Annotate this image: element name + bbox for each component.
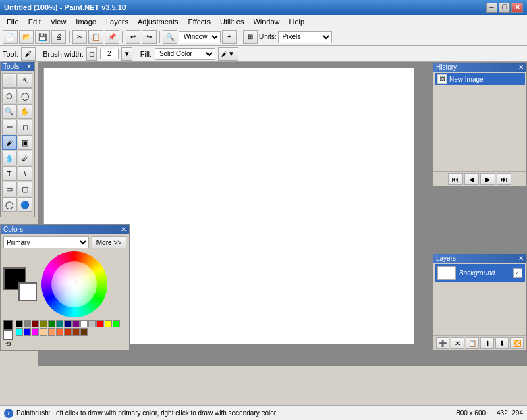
tool-freeform[interactable]: 🔵 — [18, 197, 32, 212]
menu-image[interactable]: Image — [72, 16, 101, 27]
grid-button[interactable]: ⊞ — [243, 30, 258, 44]
tool-lasso-select[interactable]: ⬡ — [2, 88, 17, 103]
tool-move[interactable]: ↖ — [18, 73, 32, 88]
bg-small-swatch[interactable] — [3, 330, 13, 340]
palette-color[interactable] — [40, 328, 47, 336]
palette-color[interactable] — [40, 320, 47, 327]
brush-width-decrease[interactable]: ◻ — [86, 47, 97, 61]
palette-color[interactable] — [16, 320, 23, 327]
layer-duplicate-button[interactable]: 📋 — [466, 337, 479, 349]
tool-eraser[interactable]: ◻ — [18, 120, 32, 134]
tool-ellipse-select[interactable]: ◯ — [18, 88, 32, 103]
tool-pencil[interactable]: ✏ — [2, 120, 17, 134]
palette-color[interactable] — [72, 328, 80, 336]
palette-color[interactable] — [113, 320, 120, 327]
tool-paintbrush[interactable]: 🖌 — [2, 135, 17, 150]
history-last-button[interactable]: ⏭ — [497, 173, 511, 185]
layers-close[interactable]: ✕ — [518, 255, 524, 262]
color-wheel-container[interactable] — [41, 251, 107, 317]
tool-rectangle[interactable]: ▭ — [2, 182, 17, 196]
units-combo[interactable]: Pixels Inches Centimeters — [278, 31, 332, 43]
menu-help[interactable]: Help — [285, 16, 309, 27]
zoom-out-button[interactable]: 🔍 — [163, 30, 177, 44]
cut-button[interactable]: ✂ — [72, 30, 87, 44]
history-item-new-image[interactable]: 🖼 New Image — [435, 73, 525, 85]
layer-merge-button[interactable]: 🔀 — [510, 337, 524, 349]
history-panel-title: History ✕ — [433, 63, 526, 72]
layer-item-background[interactable]: Background ✓ — [435, 264, 525, 282]
brush-width-input[interactable] — [100, 49, 119, 59]
tools-panel-close[interactable]: ✕ — [26, 63, 32, 70]
secondary-swatch[interactable] — [18, 282, 37, 301]
menu-edit[interactable]: Edit — [24, 16, 45, 27]
palette-color[interactable] — [24, 320, 31, 327]
color-wheel[interactable] — [41, 251, 107, 317]
palette-color[interactable] — [105, 320, 112, 327]
palette-color[interactable] — [56, 328, 63, 336]
palette-color[interactable] — [88, 320, 96, 327]
open-button[interactable]: 📂 — [19, 30, 34, 44]
palette-color[interactable] — [56, 320, 63, 327]
fill-options-btn[interactable]: 🖌▼ — [218, 47, 238, 61]
close-button[interactable]: ✕ — [511, 3, 523, 13]
menu-layers[interactable]: Layers — [102, 16, 132, 27]
fg-small-swatch[interactable] — [3, 320, 13, 330]
layer-move-down-button[interactable]: ⬇ — [495, 337, 509, 349]
cursor-coordinates: 432, 294 — [497, 409, 523, 417]
history-first-button[interactable]: ⏮ — [448, 173, 463, 185]
tool-clone[interactable]: ▣ — [18, 135, 32, 150]
zoom-in-button[interactable]: + — [222, 30, 237, 44]
undo-button[interactable]: ↩ — [126, 30, 140, 44]
palette-color[interactable] — [64, 320, 72, 327]
palette-color[interactable] — [80, 328, 88, 336]
palette-color[interactable] — [72, 320, 80, 327]
fill-label: Fill: — [140, 50, 152, 58]
menu-window[interactable]: Window — [249, 16, 283, 27]
layer-visible-check[interactable]: ✓ — [513, 268, 522, 278]
history-forward-button[interactable]: ▶ — [480, 173, 495, 185]
tool-rectangle-select[interactable]: ⬜ — [2, 73, 17, 88]
tool-color-pick[interactable]: 🖊 — [18, 151, 32, 165]
palette-color[interactable] — [32, 320, 39, 327]
palette-color[interactable] — [80, 320, 88, 327]
menu-view[interactable]: View — [47, 16, 71, 27]
palette-color[interactable] — [48, 328, 55, 336]
palette-color[interactable] — [24, 328, 31, 336]
tool-zoom[interactable]: 🔍 — [2, 104, 17, 119]
fill-combo[interactable]: Solid Color No Blend Overwrite — [155, 48, 215, 60]
palette-color[interactable] — [64, 328, 72, 336]
menu-utilities[interactable]: Utilities — [216, 16, 248, 27]
brush-width-increase[interactable]: ▼ — [121, 47, 132, 61]
history-back-button[interactable]: ◀ — [464, 173, 479, 185]
restore-button[interactable]: ❐ — [499, 3, 510, 13]
more-button[interactable]: More >> — [92, 236, 126, 248]
history-close[interactable]: ✕ — [518, 63, 524, 71]
new-button[interactable]: 📄 — [3, 30, 18, 44]
colors-close[interactable]: ✕ — [121, 226, 126, 233]
menu-adjustments[interactable]: Adjustments — [134, 16, 183, 27]
menu-effects[interactable]: Effects — [184, 16, 215, 27]
layer-move-up-button[interactable]: ⬆ — [480, 337, 494, 349]
tool-text[interactable]: T — [2, 166, 17, 181]
print-button[interactable]: 🖨 — [51, 30, 66, 44]
copy-button[interactable]: 📋 — [88, 30, 103, 44]
layer-add-button[interactable]: ➕ — [436, 337, 449, 349]
tool-rounded-rect[interactable]: ▢ — [18, 182, 32, 196]
palette-color[interactable] — [16, 328, 23, 336]
palette-color[interactable] — [96, 320, 104, 327]
tool-pan[interactable]: ✋ — [18, 104, 32, 119]
zoom-combo[interactable]: Window 100% 200% — [179, 31, 221, 43]
swap-icon[interactable]: ⟲ — [5, 340, 11, 348]
menu-file[interactable]: File — [3, 16, 23, 27]
paste-button[interactable]: 📌 — [105, 30, 119, 44]
tool-line[interactable]: \ — [18, 166, 32, 181]
save-button[interactable]: 💾 — [35, 30, 50, 44]
layer-delete-button[interactable]: ✕ — [451, 337, 464, 349]
redo-button[interactable]: ↪ — [142, 30, 157, 44]
tool-ellipse[interactable]: ◯ — [2, 197, 17, 212]
palette-color[interactable] — [32, 328, 39, 336]
palette-color[interactable] — [48, 320, 55, 327]
color-mode-combo[interactable]: Primary Secondary — [3, 236, 89, 248]
minimize-button[interactable]: ─ — [486, 3, 497, 13]
tool-fill[interactable]: 💧 — [2, 151, 17, 165]
